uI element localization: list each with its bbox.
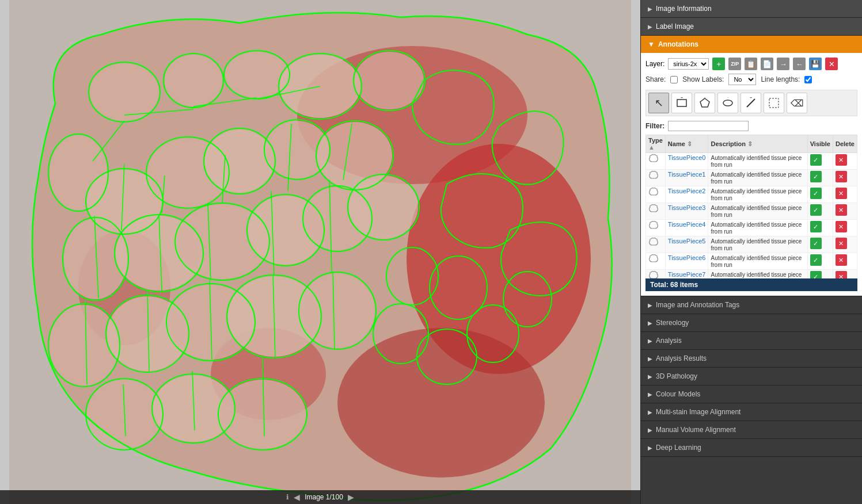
- image-annotation-tags-label: Image and Annotation Tags: [656, 301, 739, 309]
- prev-image-arrow[interactable]: ◀: [294, 492, 300, 502]
- row-visible-1[interactable]: ✓: [807, 170, 833, 186]
- show-labels-label: Show Labels:: [682, 75, 724, 83]
- row-delete-3[interactable]: ✕: [833, 203, 857, 220]
- delete-btn-0[interactable]: ✕: [836, 154, 847, 166]
- row-visible-0[interactable]: ✓: [807, 153, 833, 170]
- annotations-header[interactable]: ▼ Annotations: [641, 36, 862, 53]
- row-delete-5[interactable]: ✕: [833, 236, 857, 253]
- eraser-tool-btn[interactable]: ⌫: [787, 93, 807, 113]
- row-name-1[interactable]: TissuePiece1: [665, 170, 708, 186]
- row-type-5: [646, 236, 666, 253]
- show-labels-select[interactable]: No Yes: [728, 74, 756, 85]
- analysis-section: ▶ Analysis: [641, 332, 862, 350]
- delete-btn-5[interactable]: ✕: [836, 238, 847, 249]
- row-visible-4[interactable]: ✓: [807, 220, 833, 236]
- visible-btn-0[interactable]: ✓: [810, 154, 822, 166]
- visible-btn-1[interactable]: ✓: [810, 171, 822, 182]
- col-name[interactable]: Name ⇕: [665, 135, 708, 153]
- arrow-right-btn[interactable]: →: [777, 58, 789, 70]
- row-type-6: [646, 253, 666, 270]
- visible-btn-5[interactable]: ✓: [810, 238, 822, 249]
- deep-learning-label: Deep Learning: [656, 444, 701, 452]
- row-delete-6[interactable]: ✕: [833, 253, 857, 270]
- arrow-left-btn[interactable]: ←: [793, 58, 806, 70]
- select-tool-btn[interactable]: ↖: [648, 93, 669, 113]
- total-row: Total: 68 items: [645, 278, 857, 291]
- zip-btn[interactable]: ZIP: [728, 58, 741, 70]
- row-name-6[interactable]: TissuePiece6: [665, 253, 708, 270]
- row-visible-2[interactable]: ✓: [807, 186, 833, 203]
- multi-stain-label: Multi-stain Image Alignment: [656, 408, 741, 416]
- line-lengths-checkbox[interactable]: [804, 76, 812, 83]
- row-delete-0[interactable]: ✕: [833, 153, 857, 170]
- row-visible-5[interactable]: ✓: [807, 236, 833, 253]
- row-name-7[interactable]: TissuePiece7: [665, 270, 708, 279]
- row-delete-7[interactable]: ✕: [833, 270, 857, 279]
- col-description[interactable]: Description ⇕: [708, 135, 807, 153]
- add-layer-btn[interactable]: +: [712, 58, 725, 70]
- 3d-pathology-header[interactable]: ▶ 3D Pathology: [641, 368, 862, 385]
- delete-btn-3[interactable]: ✕: [836, 204, 847, 216]
- row-desc-6: Automatically identified tissue piece fr…: [708, 253, 807, 270]
- deep-learning-header[interactable]: ▶ Deep Learning: [641, 439, 862, 456]
- row-name-2[interactable]: TissuePiece2: [665, 186, 708, 203]
- row-name-3[interactable]: TissuePiece3: [665, 203, 708, 220]
- visible-btn-3[interactable]: ✓: [810, 204, 822, 216]
- svg-point-6: [90, 63, 159, 121]
- delete-btn-1[interactable]: ✕: [836, 171, 847, 182]
- save-btn[interactable]: 💾: [809, 58, 822, 70]
- row-desc-7: Automatically identified tissue piece fr…: [708, 270, 807, 279]
- manual-volume-arrow: ▶: [648, 427, 652, 433]
- delete-btn-7[interactable]: ✕: [836, 271, 847, 278]
- row-visible-7[interactable]: ✓: [807, 270, 833, 279]
- svg-text:+: +: [750, 97, 753, 100]
- visible-btn-4[interactable]: ✓: [810, 221, 822, 232]
- filter-input[interactable]: [668, 121, 749, 131]
- row-name-5[interactable]: TissuePiece5: [665, 236, 708, 253]
- row-visible-3[interactable]: ✓: [807, 203, 833, 220]
- row-delete-2[interactable]: ✕: [833, 186, 857, 203]
- analysis-arrow: ▶: [648, 338, 652, 344]
- image-viewer[interactable]: ℹ ◀ Image 1/100 ▶: [0, 0, 640, 504]
- 3d-pathology-arrow: ▶: [648, 373, 652, 380]
- image-label: Image 1/100: [305, 493, 343, 501]
- ellipse-tool-btn[interactable]: +: [717, 93, 738, 113]
- image-information-header[interactable]: ▶ Image Information: [641, 0, 862, 17]
- polygon-tool-btn[interactable]: +: [694, 93, 715, 113]
- share-checkbox[interactable]: [670, 76, 678, 83]
- image-annotation-tags-header[interactable]: ▶ Image and Annotation Tags: [641, 296, 862, 314]
- layer-select[interactable]: sirius-2x: [668, 58, 709, 70]
- delete-layer-btn[interactable]: ✕: [825, 58, 838, 70]
- row-name-0[interactable]: TissuePiece0: [665, 153, 708, 170]
- analysis-header[interactable]: ▶ Analysis: [641, 332, 862, 349]
- visible-btn-6[interactable]: ✓: [810, 254, 822, 266]
- row-delete-4[interactable]: ✕: [833, 220, 857, 236]
- row-name-4[interactable]: TissuePiece4: [665, 220, 708, 236]
- label-image-header[interactable]: ▶ Label Image: [641, 18, 862, 35]
- visible-btn-7[interactable]: ✓: [810, 271, 822, 278]
- visible-btn-2[interactable]: ✓: [810, 188, 822, 199]
- row-visible-6[interactable]: ✓: [807, 253, 833, 270]
- delete-btn-6[interactable]: ✕: [836, 254, 847, 266]
- rect-tool-btn[interactable]: +: [671, 93, 692, 113]
- delete-btn-4[interactable]: ✕: [836, 221, 847, 232]
- colour-models-header[interactable]: ▶ Colour Models: [641, 385, 862, 403]
- annotation-table-scroll[interactable]: Type▲ Name ⇕ Description ⇕ Visible: [645, 135, 857, 278]
- next-image-arrow[interactable]: ▶: [348, 492, 354, 502]
- copy1-btn[interactable]: 📋: [745, 58, 757, 70]
- line-tool-btn[interactable]: +: [741, 93, 761, 113]
- row-type-0: [646, 153, 666, 170]
- delete-btn-2[interactable]: ✕: [836, 188, 847, 199]
- table-row: TissuePiece3 Automatically identified ti…: [646, 203, 857, 220]
- analysis-results-header[interactable]: ▶ Analysis Results: [641, 350, 862, 367]
- row-delete-1[interactable]: ✕: [833, 170, 857, 186]
- freehand-tool-btn[interactable]: [764, 93, 784, 113]
- multi-stain-header[interactable]: ▶ Multi-stain Image Alignment: [641, 403, 862, 421]
- copy2-btn[interactable]: 📄: [761, 58, 773, 70]
- drawing-tools: ↖ + + + + ⌫: [645, 90, 857, 116]
- manual-volume-header[interactable]: ▶ Manual Volume Alignment: [641, 421, 862, 438]
- total-label: Total: 68 items: [650, 281, 698, 289]
- svg-text:+: +: [727, 97, 730, 100]
- filter-row: Filter:: [645, 121, 857, 131]
- stereology-header[interactable]: ▶ Stereology: [641, 314, 862, 331]
